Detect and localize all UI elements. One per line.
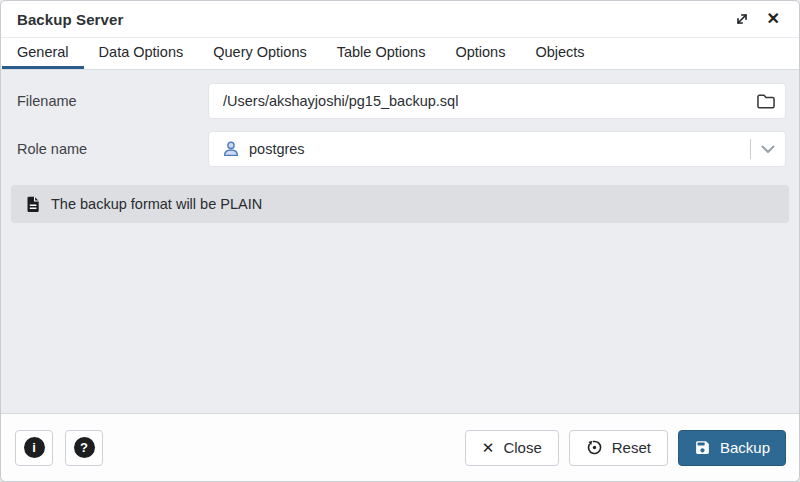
expand-icon <box>734 11 750 27</box>
expand-button[interactable] <box>732 9 752 29</box>
close-button[interactable]: ✕ Close <box>465 430 559 466</box>
close-dialog-button[interactable]: ✕ <box>765 9 782 29</box>
close-icon: ✕ <box>767 11 780 27</box>
titlebar: Backup Server ✕ <box>1 1 799 38</box>
role-name-value: postgres <box>249 141 750 157</box>
reset-icon <box>586 439 603 456</box>
dialog-title: Backup Server <box>17 11 123 28</box>
help-icon: ? <box>74 437 95 458</box>
tab-data-options[interactable]: Data Options <box>84 38 199 69</box>
help-button[interactable]: ? <box>65 430 103 466</box>
backup-button-label: Backup <box>720 439 770 456</box>
chevron-down-icon <box>751 145 785 154</box>
tab-table-options[interactable]: Table Options <box>322 38 441 69</box>
reset-button[interactable]: Reset <box>569 430 668 466</box>
filename-label: Filename <box>17 93 208 109</box>
filename-row: Filename <box>17 83 786 119</box>
browse-file-button[interactable] <box>747 84 785 118</box>
tab-query-options[interactable]: Query Options <box>198 38 322 69</box>
backup-server-dialog: Backup Server ✕ General Data Options Que… <box>0 0 800 482</box>
filename-input[interactable] <box>209 84 747 118</box>
folder-icon <box>756 93 776 110</box>
notice-banner: The backup format will be PLAIN <box>11 185 789 223</box>
tab-general[interactable]: General <box>2 38 84 69</box>
role-name-label: Role name <box>17 141 208 157</box>
filename-control <box>208 83 786 119</box>
reset-button-label: Reset <box>612 439 651 456</box>
role-name-row: Role name postgres <box>17 131 786 167</box>
footer-actions: ✕ Close Reset Ba <box>465 430 786 466</box>
general-tab-panel: Filename Role name <box>1 70 799 413</box>
role-name-select[interactable]: postgres <box>208 131 786 167</box>
notice-text: The backup format will be PLAIN <box>51 196 262 212</box>
tab-objects[interactable]: Objects <box>520 38 599 69</box>
backup-button[interactable]: Backup <box>678 430 786 466</box>
info-button[interactable]: i <box>15 430 53 466</box>
titlebar-actions: ✕ <box>732 9 782 29</box>
document-icon <box>26 196 40 213</box>
user-icon <box>222 140 240 158</box>
save-icon <box>694 439 711 456</box>
tabbar: General Data Options Query Options Table… <box>1 38 799 70</box>
footer: i ? ✕ Close Reset <box>1 413 799 481</box>
tab-options[interactable]: Options <box>440 38 520 69</box>
close-button-label: Close <box>503 439 541 456</box>
close-x-icon: ✕ <box>482 440 495 455</box>
info-icon: i <box>24 437 45 458</box>
